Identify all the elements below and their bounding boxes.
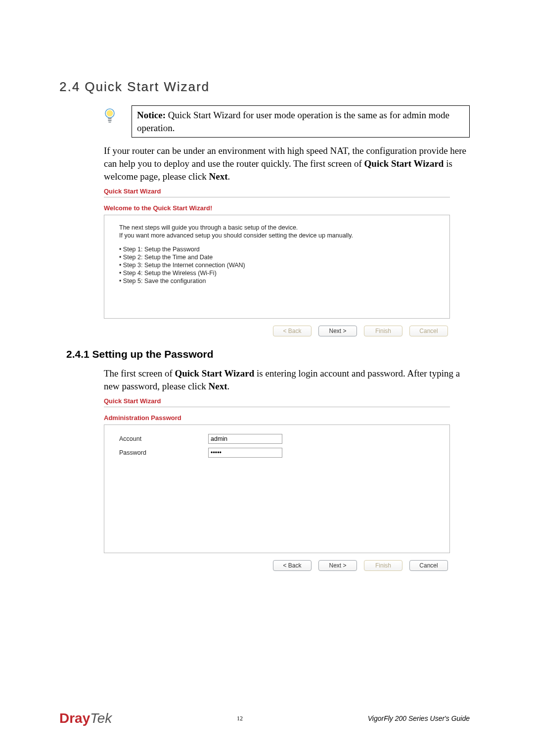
account-label: Account: [119, 435, 208, 442]
notice-label: Notice:: [137, 110, 166, 120]
wizard-title: Quick Start Wizard: [104, 397, 450, 405]
notice-row: Notice: Quick Start Wizard for user mode…: [104, 105, 470, 138]
back-button: < Back: [273, 326, 312, 336]
divider: [104, 197, 450, 197]
password-row: Password: [119, 448, 435, 458]
wizard-step: Step 4: Setup the Wireless (Wi-Fi): [119, 270, 435, 277]
wizard-subtitle: Administration Password: [104, 414, 450, 422]
wizard-line: If you want more advanced setup you shou…: [119, 232, 435, 239]
svg-rect-4: [109, 122, 111, 123]
wizard-button-row: < Back Next > Finish Cancel: [104, 560, 450, 571]
svg-rect-2: [108, 118, 112, 119]
wizard-password-screenshot: Quick Start Wizard Administration Passwo…: [104, 397, 450, 571]
notice-text: Quick Start Wizard for user mode operati…: [137, 110, 449, 133]
svg-point-1: [107, 110, 113, 117]
wizard-panel: The next steps will guide you through a …: [104, 215, 450, 319]
page-content: 2.4 Quick Start Wizard Notice: Quick Sta…: [59, 79, 470, 583]
lightbulb-icon: [104, 108, 118, 126]
next-button[interactable]: Next >: [318, 560, 357, 571]
wizard-step: Step 3: Setup the Internet connection (W…: [119, 262, 435, 269]
subsection-paragraph: The first screen of Quick Start Wizard i…: [104, 367, 470, 392]
wizard-step: Step 2: Setup the Time and Date: [119, 254, 435, 261]
guide-title: VigorFly 200 Series User's Guide: [368, 714, 470, 722]
back-button[interactable]: < Back: [273, 560, 312, 571]
subsection-heading: 2.4.1 Setting up the Password: [66, 348, 470, 360]
next-button[interactable]: Next >: [318, 326, 357, 336]
account-row: Account: [119, 434, 435, 444]
intro-paragraph: If your router can be under an environme…: [104, 144, 470, 183]
finish-button: Finish: [364, 560, 402, 571]
page-number: 12: [237, 715, 243, 722]
section-heading: 2.4 Quick Start Wizard: [59, 79, 470, 94]
page-footer: DrayTek 12 VigorFly 200 Series User's Gu…: [59, 710, 470, 726]
wizard-subtitle: Welcome to the Quick Start Wizard!: [104, 204, 450, 212]
wizard-button-row: < Back Next > Finish Cancel: [104, 326, 450, 336]
wizard-panel: Account Password: [104, 425, 450, 553]
wizard-step: Step 5: Save the configuration: [119, 278, 435, 284]
wizard-title: Quick Start Wizard: [104, 188, 450, 195]
password-label: Password: [119, 449, 208, 456]
wizard-line: The next steps will guide you through a …: [119, 224, 435, 231]
draytek-logo: DrayTek: [59, 710, 112, 726]
svg-rect-3: [108, 120, 112, 121]
notice-box: Notice: Quick Start Wizard for user mode…: [132, 105, 470, 138]
divider: [104, 407, 450, 407]
wizard-steps: Step 1: Setup the Password Step 2: Setup…: [119, 246, 435, 284]
password-input[interactable]: [208, 448, 282, 458]
finish-button: Finish: [364, 326, 402, 336]
account-input[interactable]: [208, 434, 282, 444]
cancel-button[interactable]: Cancel: [409, 560, 448, 571]
cancel-button: Cancel: [409, 326, 448, 336]
wizard-step: Step 1: Setup the Password: [119, 246, 435, 253]
wizard-welcome-screenshot: Quick Start Wizard Welcome to the Quick …: [104, 188, 450, 336]
